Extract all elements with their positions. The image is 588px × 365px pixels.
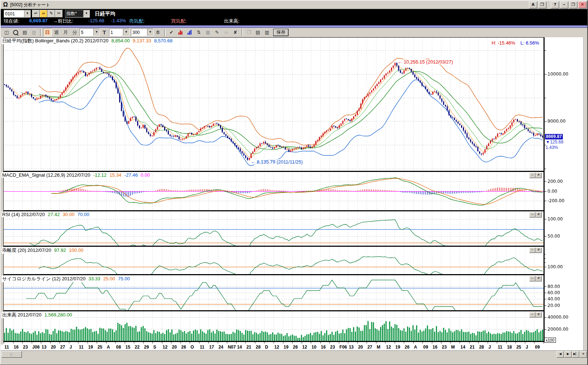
grid-icon: ▦: [206, 30, 210, 35]
code-dropdown-icon[interactable]: ▼: [24, 10, 30, 17]
font-button[interactable]: A: [529, 1, 537, 8]
period-minute-button[interactable]: 分: [70, 28, 79, 36]
x-axis-label: 16: [321, 345, 326, 350]
app-window: Ω [5002] 分析チャート A ❐ ? – ❐ ✕ 0101 ▼ ↵ ∞ ✎…: [0, 0, 588, 365]
red-histogram-button[interactable]: [176, 28, 185, 36]
memo-button[interactable]: ✎: [47, 10, 55, 18]
close-button[interactable]: ✕: [578, 1, 587, 8]
tick-dropdown-icon[interactable]: ▼: [123, 29, 129, 36]
load-template-button[interactable]: ▥: [263, 28, 271, 36]
panel-close-button-vol[interactable]: ✕: [535, 312, 542, 318]
x-axis-label: 11: [498, 345, 502, 350]
copy-chart-button[interactable]: ▥: [30, 28, 38, 36]
x-axis-label: 19: [284, 345, 289, 350]
x-axis-label: 15: [125, 345, 130, 350]
bars-combo[interactable]: 300 ▼: [131, 28, 154, 36]
grid-button[interactable]: ▦: [204, 28, 212, 36]
x-axis-label: A: [107, 345, 110, 350]
x-axis-label: 11: [79, 345, 84, 350]
binoculars-button[interactable]: ∞: [40, 10, 47, 18]
panel-minimize-button-macd[interactable]: −: [529, 173, 535, 178]
layout-button[interactable]: ❐: [244, 28, 253, 36]
index-type-value: 指数*: [65, 11, 83, 17]
copy-window-button[interactable]: ❐: [538, 1, 546, 8]
current-price-marker: 8669.87 ▼125.68 1.43%: [545, 134, 564, 150]
period-month-button[interactable]: 月: [61, 28, 70, 36]
x-axis-label: 20: [358, 345, 363, 350]
blue-histogram-button[interactable]: [185, 28, 194, 36]
x-axis-label: 14: [237, 345, 242, 350]
help-button[interactable]: ?: [551, 1, 559, 8]
x-axis-label: 23: [330, 345, 335, 350]
x-axis-label: 12: [302, 345, 307, 350]
code-value: 0101: [4, 11, 24, 16]
ask-label: 売気配:: [129, 18, 145, 24]
draw-check-button[interactable]: ✔: [167, 28, 176, 36]
panel-minimize-button-psych[interactable]: −: [529, 276, 535, 281]
panel-close-button-macd[interactable]: ✕: [535, 173, 542, 178]
restore-button[interactable]: ❐: [569, 1, 577, 8]
candlestick-tool-button[interactable]: ◫: [2, 28, 11, 36]
minute-combo[interactable]: 5 ▼: [80, 28, 100, 36]
eraser-button[interactable]: ▱: [222, 28, 231, 36]
x-axis-label: 19: [395, 345, 400, 350]
scroll-end-button[interactable]: ▶▏: [572, 351, 579, 358]
x-axis-label: 24: [218, 345, 223, 350]
chart-toolbar: ◫ ▤ ▥ 日 週 月 分 5 ▼ T 1 ▼ 300 ▼ 本 ✔ ⇅ ▦ ✎ …: [1, 27, 587, 37]
scissors-button[interactable]: ✂: [55, 10, 63, 18]
pencil-button[interactable]: ✎: [213, 28, 221, 36]
x-axis-label: J06: [32, 345, 40, 350]
red-histogram-icon: [178, 30, 183, 35]
x-axis-label: M: [377, 345, 380, 350]
period-day-button[interactable]: 日: [43, 28, 52, 36]
panel-minimize-button-vol[interactable]: −: [529, 312, 535, 318]
copy-page-icon: ▥: [32, 30, 36, 35]
minute-dropdown-icon[interactable]: ▼: [93, 29, 100, 36]
x-axis-label: 21: [246, 345, 251, 350]
panel-minimize-button-rsi[interactable]: −: [529, 212, 535, 218]
x-axis-label: 28: [479, 345, 484, 350]
chart-canvas[interactable]: [1, 37, 584, 345]
pencil-icon: ✎: [215, 30, 219, 35]
panel-header-vol: 出来高 2012/07/201,569,280.00: [1, 312, 73, 318]
window-right-edge: [583, 37, 587, 350]
x-axis-label: J: [488, 345, 491, 350]
scrollbar-close-button[interactable]: ✕: [580, 351, 587, 358]
minimize-button[interactable]: –: [560, 1, 568, 8]
delete-x-icon: ✘: [233, 30, 237, 35]
zoom-button[interactable]: [11, 28, 20, 36]
x-axis-label: F06: [340, 345, 347, 350]
sort-arrows-button[interactable]: ⇅: [194, 28, 203, 36]
scroll-right-button[interactable]: ▶: [564, 351, 572, 358]
new-chart-button[interactable]: ▤: [20, 28, 29, 36]
panel-close-button-kairi[interactable]: ✕: [535, 247, 542, 253]
window-bottom-frame: [1, 358, 587, 365]
x-axis-label: 13: [349, 345, 353, 350]
save-button[interactable]: 保存: [273, 29, 289, 36]
diff-pct: -1.43%: [111, 18, 126, 23]
scroll-left-button[interactable]: ◀: [557, 351, 564, 358]
separator-line: [1, 25, 587, 28]
panel-minimize-button-kairi[interactable]: −: [529, 247, 535, 253]
quote-bar: 0101 ▼ ↵ ∞ ✎ ✂ 指数* ▼ 日経平均 現在値: 8,669.87 …: [1, 9, 587, 27]
tick-combo[interactable]: 1 ▼: [109, 28, 129, 36]
index-type-combo[interactable]: 指数* ▼: [65, 10, 90, 18]
candlestick-icon: ◫: [4, 30, 9, 35]
period-week-button[interactable]: 週: [52, 28, 61, 36]
x-axis-label: 19: [88, 345, 93, 350]
x-axis-label: 25: [97, 345, 102, 350]
x-axis-label: 11: [4, 345, 9, 350]
bars-dropdown-icon[interactable]: ▼: [147, 29, 153, 36]
high-pct: H: -15.46%: [492, 40, 515, 46]
panel-close-button-rsi[interactable]: ✕: [535, 212, 542, 218]
h-scrollbar-thumb[interactable]: [1, 351, 22, 358]
volume-unit-badge: x100: [544, 338, 556, 343]
enter-button[interactable]: ↵: [32, 10, 40, 18]
save-template-button[interactable]: ▤: [254, 28, 262, 36]
panel-close-button-psych[interactable]: ✕: [535, 276, 542, 281]
delete-button[interactable]: ✘: [231, 28, 240, 36]
x-axis-label: 28: [256, 345, 260, 350]
index-dropdown-icon[interactable]: ▼: [83, 10, 89, 17]
code-combo[interactable]: 0101 ▼: [4, 10, 31, 18]
layout-icon: ❐: [247, 30, 251, 35]
